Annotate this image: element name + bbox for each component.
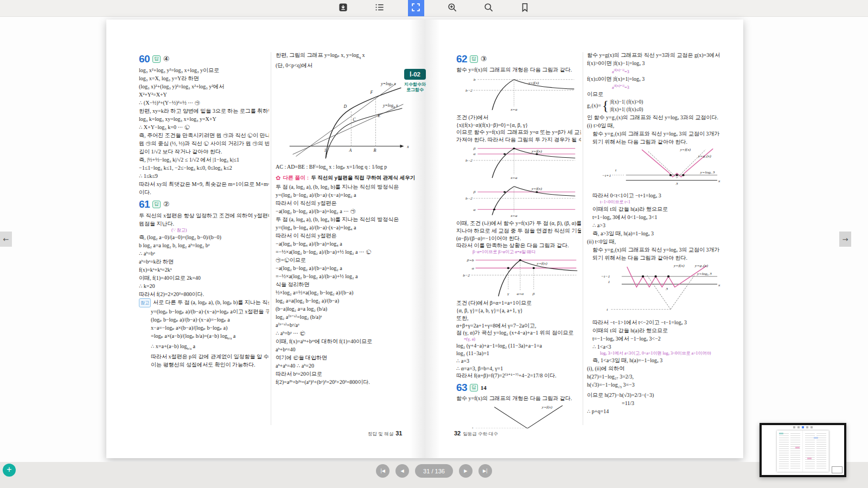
previous-page-button[interactable]: ◀ [395,464,409,478]
text-line: 조건 (다)에서 β=α+1=a+1이므로 [456,299,581,307]
svg-text:α: α [474,152,476,156]
preview-viewport[interactable] [832,466,843,473]
toc-button[interactable] [372,0,388,16]
text-line: 따라서 f(2)=2×20²=800이다. [139,290,269,298]
text-line: (단, 0<p<q)에서 [276,61,419,69]
svg-text:x: x [718,282,720,287]
math-line: {x|(f(x)−α)(f(x)−β)=0}={α, β, γ} [456,121,581,129]
zoom-in-icon [447,2,457,15]
pink-annotation: a|f(x)+1|=3 [587,83,730,91]
figure-62-shape: b b−2 y=f(x) x=a [459,74,578,112]
zoom-in-button[interactable] [444,0,461,16]
text-line: 따라서 f(α+β)=f(7)=2⁽³⁺¹⁻⁷⁾+4−2=17/8 이다. [456,372,581,380]
add-button[interactable]: + [3,464,16,477]
answer-value: ③ [481,55,487,63]
prev-page-arrow[interactable]: ← [0,232,12,247]
figure-fig62d: β=b α b−2 y=f(x) γ a=α β [456,255,581,299]
math-line: h(√3)=−1−log√3 3=−3 [587,381,730,391]
alt-title: 두 직선의 y절편을 직접 구하여 관계식 세우기 [311,173,415,183]
math-line: ∴ α=a=3, β=b=4, γ=1 [456,365,581,373]
cases-expression: g₁(x)={|f(x)−1| (f(x)>0)|f(x)+1| (f(x)≤0… [587,98,730,113]
first-page-button[interactable]: |◀ [376,464,390,478]
bookmark-icon [520,2,530,15]
search-button[interactable] [481,0,497,16]
svg-text:β: β [473,147,476,150]
math-line: y=(log₂ b−log₂ a)/(b−a)·(x−a)+log₂ a [276,191,419,199]
svg-text:y=logₐ 3: y=logₐ 3 [700,170,715,175]
text-line: 이때의 t의 값을 h(a)라 했으므로 [587,205,730,213]
math-line: ∴ 1≤k≤9 [139,172,269,180]
math-line: log₃ k=log₃ xy=log₃ x+log₃ y=X+Y [139,115,269,123]
svg-text:F: F [370,90,373,95]
left-page-footer: 정답 및 해설31 [368,430,402,438]
math-line: t=−1−logₐ 3에서 −1−logₐ 3<−2 [587,335,730,343]
text-line: 함수 y=g₁(x)의 그래프와 직선 y=logₐ 3의 교점이 3개가 [587,246,730,254]
math-line: AC : AD=BE : BF=logq x : logₚ x=1/log q … [276,163,419,173]
text-line: 조건 (가)에서 [456,114,581,121]
brace: { [602,102,609,110]
figure-fig63b: −t+1 t y=f(x) y=g₁(x) y=logₐ 3 3 x [587,146,730,191]
text-line: 길이 1/√2 보다 작거나 같아야 한다. [139,147,269,156]
problem-header: 61답② [139,197,269,211]
note-text: 서로 다른 두 점 (a, logₚ a), (b, logₚ b)를 지나는 … [153,299,269,305]
math-line: =−½×a(log₂ b−log₂ a)/(b−a)+½ log₂ a ⋯ ㉡ [276,248,419,256]
text-line: 두 점 (a, log₄ a), (b, log₄ b)를 지나는 직선의 방정… [276,215,419,223]
last-page-button[interactable]: ▶| [478,464,492,478]
text-line: (logₚ b−logₚ a)/(b−a)·(x−a)=−logₚ a [139,316,269,324]
answer-value: ④ [163,55,170,63]
figure-fig63: t y=f(x) x=3 [456,402,581,428]
fullscreen-button[interactable] [408,0,424,16]
math-line: {α, β, γ}={a, b, γ}={a, a+1, γ} [456,307,581,314]
figure-fig62c: β b−2 α y=f(x) x=a [456,182,581,220]
answer-value: ② [163,200,170,209]
next-page-arrow[interactable]: → [839,232,851,247]
svg-text:y=f(x): y=f(x) [536,262,547,266]
text-line: 함수 y=g(x)의 그래프와 직선 y=3과의 교점은 g(x)=3에서 [587,51,730,59]
math-line: log₃ x²+log₃ y²=log₃ x+log₃ y이므로 [139,66,269,74]
right-page-column-1: 62답③함수 y=f(x)의 그래프의 개형은 다음 그림과 같다. b b−2… [456,51,581,428]
next-page-button[interactable]: ▶ [459,464,473,478]
math-line: α+β+γ=2a+1+γ=8에서 γ=7−2a이고, [456,322,581,330]
column-divider [271,52,271,425]
svg-text:y=f(x): y=f(x) [528,81,539,85]
math-line: −a(log₂ b−log₂ a)/(b−a)+log₂ a ⋯ ㉠ [276,207,419,215]
text-line: 이므로 [587,90,730,98]
svg-text:y=f(x): y=f(x) [541,406,553,409]
svg-text:y=f(x): y=f(x) [531,150,542,153]
search-icon [483,2,494,15]
bookmark-button[interactable] [517,0,533,16]
text-line: 즉, 주어진 조건을 만족시키려면 원 ㉠과 직선 ㉡이 만나야 하므로 [139,131,269,139]
problem-header: 63답14 [456,381,581,395]
math-line: t=1−logₐ 3에서 0<1−logₐ 3<1 [587,213,730,221]
text-line: 따라서 이 직선의 y절편은 [276,232,419,240]
text-line: 따라서 xy의 최댓값은 M=9, 최솟값은 m=1이므로 M+m=10 [139,180,269,188]
text-line: 두 점 (a, log₂ a), (b, log₂ b)를 지나는 직선의 방정… [276,183,419,191]
text-line: 원 ㉠의 중심 (½, ½)과 직선 ㉡ 사이의 거리가 원 ㉠의 반지름의 [139,139,269,147]
figure-63-vshape: t y=f(x) x=3 [464,402,573,428]
figure-figLog: FD CE 1AB y=logₚ xy=logq x x [276,69,419,163]
case-rows: |f(x)−1| (f(x)>0)|f(x)+1| (f(x)≤0) [610,98,643,113]
download-button[interactable] [335,0,352,16]
figure-62-final: β=b α b−2 y=f(x) γ a=α β [458,255,580,297]
preview-thumbnail[interactable] [760,423,846,477]
page-indicator[interactable]: 31 / 136 [415,464,453,478]
svg-text:t: t [615,168,617,172]
problem-number: 60 [139,53,150,65]
problem-number: 62 [456,53,467,65]
unit-badge-label: 지수함수와로그함수 [402,82,428,93]
text-line: 이는 평행선의 성질에서도 확인이 가능하다. [139,361,269,369]
figure-fig62b: β α b−2 y=f(x) x=a [456,144,581,182]
svg-text:−t−1: −t−1 [601,274,610,279]
text-line: 따라서 x절편은 p의 값에 관계없이 일정함을 알 수 있고 [139,352,269,361]
svg-text:b: b [474,78,476,81]
note-line: 참고서로 다른 두 점 (a, logₚ a), (b, logₚ b)를 지나… [139,298,269,307]
left-page-column-1: 60답④log₃ x²+log₃ y²=log₃ x+log₃ y이므로log₃… [139,51,269,428]
pink-annotation: (∵ 참고) [139,228,269,233]
svg-text:1: 1 [608,280,610,285]
problem-number: 61 [139,198,150,210]
svg-text:b−2: b−2 [465,197,473,200]
pink-annotation: a|f(x)−1|=3 [587,67,730,75]
answer-badge: 답 [152,201,161,208]
left-page-column-2: 한편, 그림의 그래프 y=logₚ x, y=logq x(단, 0<p<q)… [276,51,419,428]
pink-annotation: t−1<0이므로 t<1 [587,200,730,205]
